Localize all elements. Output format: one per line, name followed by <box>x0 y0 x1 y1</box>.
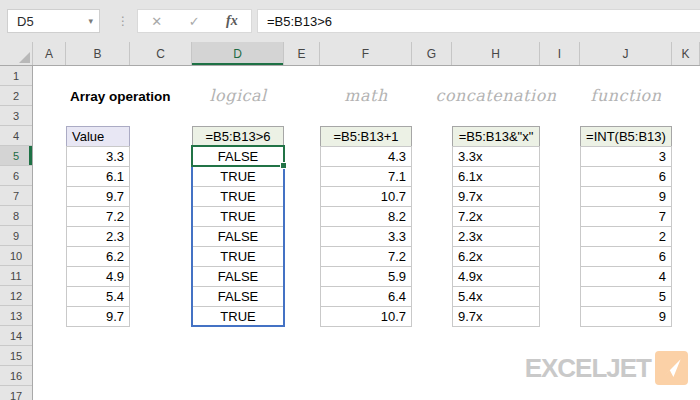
cell-B4[interactable]: Value <box>66 126 130 147</box>
paper-plane-icon <box>660 356 684 380</box>
cell-F11[interactable]: 5.9 <box>320 266 412 287</box>
cell-F13[interactable]: 10.7 <box>320 306 412 327</box>
cell-D8[interactable]: TRUE <box>192 206 284 227</box>
cell-B12[interactable]: 5.4 <box>66 286 130 307</box>
cell-J8[interactable]: 7 <box>580 206 672 227</box>
cell-D6[interactable]: TRUE <box>192 166 284 187</box>
cell-H10[interactable]: 6.2x <box>452 246 540 267</box>
cell-B7[interactable]: 9.7 <box>66 186 130 207</box>
cell-H6[interactable]: 6.1x <box>452 166 540 187</box>
cell-H8[interactable]: 7.2x <box>452 206 540 227</box>
cell-F4[interactable]: =B5:B13+1 <box>320 126 412 147</box>
cell-B11[interactable]: 4.9 <box>66 266 130 287</box>
cell-H7[interactable]: 9.7x <box>452 186 540 207</box>
cell-D4[interactable]: =B5:B13>6 <box>192 126 284 147</box>
category-label-logical: logical <box>209 85 266 107</box>
cell-D11[interactable]: FALSE <box>192 266 284 287</box>
cell-J7[interactable]: 9 <box>580 186 672 207</box>
cell-F6[interactable]: 7.1 <box>320 166 412 187</box>
cell-F12[interactable]: 6.4 <box>320 286 412 307</box>
cell-F8[interactable]: 8.2 <box>320 206 412 227</box>
exceljet-logo-mark <box>655 351 688 385</box>
cell-B6[interactable]: 6.1 <box>66 166 130 187</box>
category-label-math: math <box>344 85 387 107</box>
cell-F9[interactable]: 3.3 <box>320 226 412 247</box>
cell-B5[interactable]: 3.3 <box>66 146 130 167</box>
worksheet-title: Array operation <box>70 86 171 107</box>
excel-window: D5 ▾ ⋮ ✕ ✓ fx =B5:B13>6 ABCDEFGHIJK 1234… <box>0 0 700 400</box>
cell-F10[interactable]: 7.2 <box>320 246 412 267</box>
cell-B9[interactable]: 2.3 <box>66 226 130 247</box>
cell-B8[interactable]: 7.2 <box>66 206 130 227</box>
cell-D13[interactable]: TRUE <box>192 306 284 327</box>
cell-J10[interactable]: 6 <box>580 246 672 267</box>
cell-H9[interactable]: 2.3x <box>452 226 540 247</box>
cell-D7[interactable]: TRUE <box>192 186 284 207</box>
cell-H11[interactable]: 4.9x <box>452 266 540 287</box>
cell-H13[interactable]: 9.7x <box>452 306 540 327</box>
category-label-function: function <box>591 85 662 107</box>
cell-J13[interactable]: 9 <box>580 306 672 327</box>
cell-D9[interactable]: FALSE <box>192 226 284 247</box>
cell-H12[interactable]: 5.4x <box>452 286 540 307</box>
cell-D12[interactable]: FALSE <box>192 286 284 307</box>
cell-H5[interactable]: 3.3x <box>452 146 540 167</box>
cell-H4[interactable]: =B5:B13&"x" <box>452 126 540 147</box>
cell-J5[interactable]: 3 <box>580 146 672 167</box>
exceljet-logo-text: EXCELJET <box>525 353 651 384</box>
sheet-canvas[interactable]: Array operation logicalmathconcatenation… <box>0 0 700 400</box>
cell-F7[interactable]: 10.7 <box>320 186 412 207</box>
cell-D10[interactable]: TRUE <box>192 246 284 267</box>
cell-J4[interactable]: =INT(B5:B13) <box>580 126 672 147</box>
cell-D5[interactable]: FALSE <box>192 146 284 167</box>
category-label-concatenation: concatenation <box>435 85 556 107</box>
cell-B13[interactable]: 9.7 <box>66 306 130 327</box>
cell-J9[interactable]: 2 <box>580 226 672 247</box>
cell-B10[interactable]: 6.2 <box>66 246 130 267</box>
exceljet-logo: EXCELJET <box>525 351 688 385</box>
cell-J6[interactable]: 6 <box>580 166 672 187</box>
cell-J12[interactable]: 5 <box>580 286 672 307</box>
cell-F5[interactable]: 4.3 <box>320 146 412 167</box>
fill-handle[interactable] <box>280 162 287 169</box>
cell-J11[interactable]: 4 <box>580 266 672 287</box>
